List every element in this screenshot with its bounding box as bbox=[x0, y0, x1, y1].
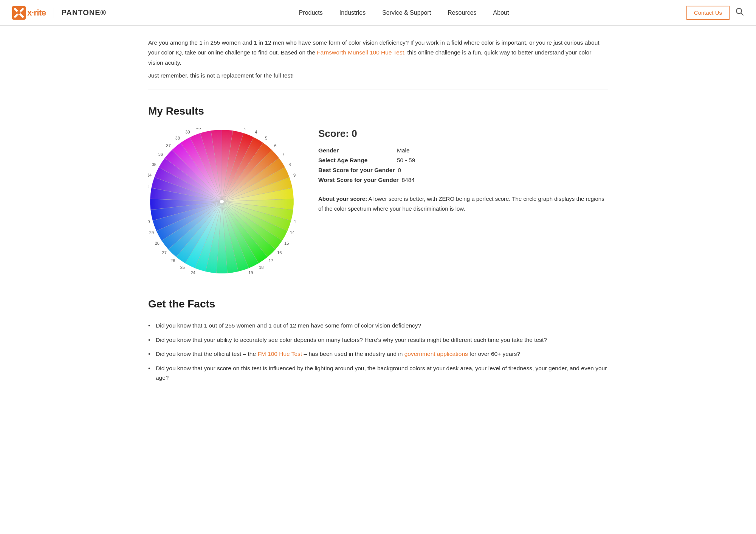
results-section: My Results Score: 0 Gender Male Select A… bbox=[148, 105, 608, 275]
xrite-icon bbox=[12, 6, 26, 20]
nav-industries[interactable]: Industries bbox=[331, 0, 374, 26]
nav-resources[interactable]: Resources bbox=[439, 0, 485, 26]
xrite-text: x·rite bbox=[27, 8, 46, 18]
list-item: Did you know that your ability to accura… bbox=[148, 335, 608, 345]
just-remember-text: Just remember, this is not a replacement… bbox=[148, 72, 608, 79]
age-value: 50 - 59 bbox=[397, 157, 415, 164]
farnsworth-link[interactable]: Farnsworth Munsell 100 Hue Test bbox=[317, 49, 404, 56]
navbar: x·rite PANTONE® Products Industries Serv… bbox=[0, 0, 756, 26]
fact3-before: Did you know that the official test – th… bbox=[156, 351, 257, 357]
list-item: Did you know that 1 out of 255 women and… bbox=[148, 321, 608, 331]
best-score-value: 0 bbox=[398, 167, 401, 174]
score-row-worst: Worst Score for your Gender 8484 bbox=[318, 177, 608, 183]
search-icon[interactable] bbox=[736, 8, 744, 18]
xrite-logo[interactable]: x·rite bbox=[12, 6, 46, 20]
worst-score-label: Worst Score for your Gender bbox=[318, 177, 398, 183]
pantone-text: PANTONE® bbox=[62, 8, 107, 17]
list-item: Did you know that the official test – th… bbox=[148, 349, 608, 359]
main-content: Are you among the 1 in 255 women and 1 i… bbox=[136, 26, 620, 405]
facts-list: Did you know that 1 out of 255 women and… bbox=[148, 321, 608, 383]
score-row-age: Select Age Range 50 - 59 bbox=[318, 157, 608, 164]
gender-value: Male bbox=[397, 147, 410, 154]
svg-rect-3 bbox=[17, 11, 20, 14]
government-link[interactable]: government applications bbox=[404, 351, 468, 357]
about-score-text: About your score: A lower score is bette… bbox=[318, 194, 608, 213]
results-title: My Results bbox=[148, 105, 608, 117]
color-wheel-container bbox=[148, 128, 296, 275]
section-divider bbox=[148, 90, 608, 90]
fact3-after: for over 60+ years? bbox=[468, 351, 520, 357]
logo-divider bbox=[54, 8, 54, 18]
intro-paragraph: Are you among the 1 in 255 women and 1 i… bbox=[148, 38, 608, 68]
best-score-label: Best Score for your Gender bbox=[318, 167, 395, 174]
score-row-gender: Gender Male bbox=[318, 147, 608, 154]
worst-score-value: 8484 bbox=[401, 177, 414, 183]
contact-us-button[interactable]: Contact Us bbox=[686, 6, 730, 20]
score-row-best: Best Score for your Gender 0 bbox=[318, 167, 608, 174]
facts-title: Get the Facts bbox=[148, 298, 608, 310]
nav-links: Products Industries Service & Support Re… bbox=[121, 0, 686, 26]
gender-label: Gender bbox=[318, 147, 394, 154]
score-heading: Score: 0 bbox=[318, 128, 608, 140]
nav-products[interactable]: Products bbox=[291, 0, 331, 26]
logo[interactable]: x·rite PANTONE® bbox=[12, 6, 106, 20]
list-item: Did you know that your score on this tes… bbox=[148, 363, 608, 383]
svg-line-5 bbox=[741, 13, 744, 16]
fact3-middle: – has been used in the industry and in bbox=[302, 351, 404, 357]
about-score-label: About your score: bbox=[318, 196, 367, 202]
color-wheel bbox=[148, 128, 296, 275]
score-panel: Score: 0 Gender Male Select Age Range 50… bbox=[318, 128, 608, 213]
age-label: Select Age Range bbox=[318, 157, 394, 164]
nav-service-support[interactable]: Service & Support bbox=[374, 0, 439, 26]
fm100-link[interactable]: FM 100 Hue Test bbox=[257, 351, 302, 357]
nav-about[interactable]: About bbox=[485, 0, 517, 26]
results-layout: Score: 0 Gender Male Select Age Range 50… bbox=[148, 128, 608, 275]
facts-section: Get the Facts Did you know that 1 out of… bbox=[148, 298, 608, 383]
